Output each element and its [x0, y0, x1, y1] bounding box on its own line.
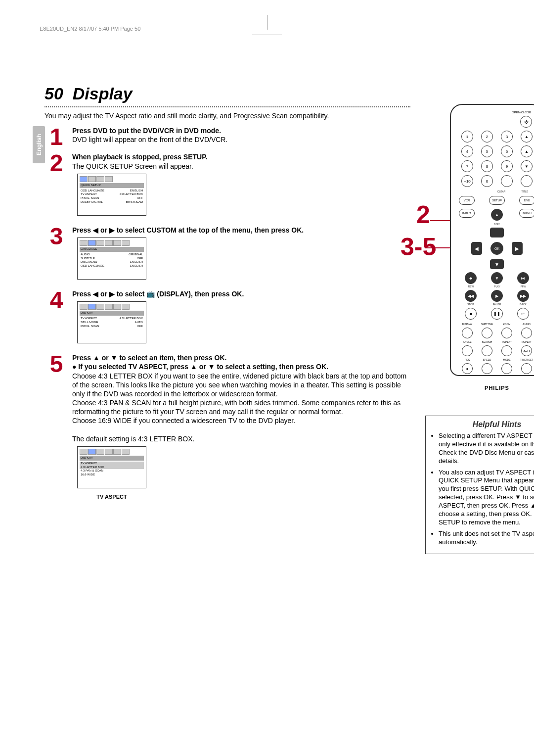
open-close-label: OPEN/CLOSE: [512, 111, 531, 114]
num-0[interactable]: 0: [481, 175, 493, 187]
title-button[interactable]: [521, 175, 533, 187]
ok-button[interactable]: OK: [490, 242, 503, 255]
page-number: 50: [44, 84, 63, 103]
display-button[interactable]: [462, 328, 473, 338]
step-5-subheading: ● If you selected TV ASPECT, press ▲ or …: [72, 363, 328, 371]
setup-button[interactable]: SETUP: [489, 196, 505, 205]
left-column: 50 Display You may adjust the TV Aspect …: [44, 84, 410, 554]
play-button[interactable]: ▶: [491, 290, 503, 302]
num-7[interactable]: 7: [461, 160, 473, 172]
search-button[interactable]: [482, 345, 492, 356]
title-text: Display: [73, 84, 133, 103]
step-1-number: 1: [44, 126, 68, 147]
step-5-p1: Choose 4:3 LETTER BOX if you want to see…: [72, 372, 406, 398]
divider-dotted: [44, 106, 410, 107]
audio-button[interactable]: [521, 328, 532, 338]
repeat-button[interactable]: [501, 345, 512, 356]
step-1-body: Press DVD to put the DVD/VCR in DVD mode…: [72, 126, 410, 144]
back-button[interactable]: ↩: [517, 308, 529, 320]
osd-quick-setup: QUICK SETUP OSD LANGUAGEENGLISH TV ASPEC…: [77, 174, 146, 216]
right-column: 1 2 3-5 OPEN/CLOSE ⏻ 1 2 3 ▲ 4 5: [425, 84, 534, 554]
step-5-p4: The default setting is 4:3 LETTER BOX.: [72, 435, 194, 443]
osd-language: LANGUAGE AUDIOORIGINAL SUBTITLEOFF DISC …: [77, 237, 146, 280]
step-5-number: 5: [44, 353, 68, 375]
callout-2: 2: [416, 200, 430, 229]
stop-button[interactable]: ■: [465, 308, 477, 320]
number-pad: 1 2 3 ▲ 4 5 6 ▲ 7 8 9 ▼ +10 0: [458, 130, 534, 188]
disc-up-button[interactable]: ▲: [491, 209, 503, 221]
remote-brand: PHILIPS: [458, 385, 534, 391]
function-grid: DISPLAY SUBTITLE ZOOM AUDIO ANGLE SEARCH…: [458, 323, 534, 375]
num-1[interactable]: 1: [461, 131, 473, 142]
dpad-left[interactable]: ◀: [471, 242, 482, 255]
num-2[interactable]: 2: [481, 131, 493, 142]
play-down-button[interactable]: ▼: [491, 272, 503, 284]
step-1-heading: Press DVD to put the DVD/VCR in DVD mode…: [72, 127, 221, 135]
page-content: 50 Display You may adjust the TV Aspect …: [44, 84, 499, 554]
osd-display: DISPLAY TV ASPECT4:3 LETTER BOX STILL MO…: [77, 301, 146, 343]
helpful-hints-box: Helpful Hints Selecting a different TV A…: [425, 416, 534, 554]
step-3-body: Press ◀ or ▶ to select CUSTOM at the top…: [72, 226, 410, 284]
num-3[interactable]: 3: [501, 131, 513, 142]
pause-button[interactable]: ❚❚: [491, 308, 503, 320]
step-5-heading: Press ▲ or ▼ to select an item, then pre…: [72, 354, 226, 362]
osd-caption: TV ASPECT: [77, 493, 146, 500]
num-9[interactable]: 9: [501, 160, 513, 172]
rec-button[interactable]: ●: [462, 363, 473, 374]
step-5: 5 Press ▲ or ▼ to select an item, then p…: [44, 353, 410, 500]
remote-control: OPEN/CLOSE ⏻ 1 2 3 ▲ 4 5 6 ▲ 7 8 9: [450, 104, 534, 376]
repeat-ab-button[interactable]: A-B: [521, 345, 532, 356]
subtitle-button[interactable]: [482, 328, 492, 338]
step-5-p3: Choose 16:9 WIDE if you connected a wide…: [72, 417, 295, 425]
num-8[interactable]: 8: [481, 160, 493, 172]
tracking-up-button[interactable]: ▲: [521, 145, 533, 157]
step-4-body: Press ◀ or ▶ to select 📺 (DISPLAY), then…: [72, 289, 410, 348]
timer-set-button[interactable]: [521, 363, 532, 374]
step-5-p2: Choose 4:3 PAN & SCAN for a full height …: [72, 399, 400, 416]
prev-button[interactable]: ⏮: [465, 272, 477, 284]
menu-button[interactable]: MENU: [519, 209, 534, 218]
remote-figure: 1 2 3-5 OPEN/CLOSE ⏻ 1 2 3 ▲ 4 5: [450, 104, 534, 376]
dpad-down[interactable]: ▼: [490, 259, 504, 269]
step-2-body: When playback is stopped, press SETUP. T…: [72, 152, 410, 220]
zoom-button[interactable]: [501, 328, 512, 338]
input-button[interactable]: INPUT: [459, 209, 475, 218]
intro-text: You may adjust the TV Aspect ratio and s…: [44, 111, 410, 120]
num-plus10[interactable]: +10: [461, 175, 473, 187]
callout-3-5: 3-5: [400, 233, 436, 261]
step-1: 1 Press DVD to put the DVD/VCR in DVD mo…: [44, 126, 410, 147]
step-5-body: Press ▲ or ▼ to select an item, then pre…: [72, 353, 410, 500]
step-2-text: The QUICK SETUP Screen will appear.: [72, 162, 193, 170]
step-2: 2 When playback is stopped, press SETUP.…: [44, 152, 410, 220]
vcr-button[interactable]: VCR: [459, 196, 475, 205]
next-button[interactable]: ⏭: [517, 272, 529, 284]
step-2-number: 2: [44, 152, 68, 174]
mode-row: VCR SETUP DVD: [458, 195, 534, 206]
angle-button[interactable]: [462, 345, 473, 356]
num-6[interactable]: 6: [501, 145, 513, 157]
dpad-up[interactable]: [490, 228, 504, 237]
hint-item: You also can adjust TV ASPECT in the QUI…: [439, 469, 534, 527]
power-button[interactable]: ⏻: [520, 116, 532, 128]
dvd-button[interactable]: DVD: [519, 196, 534, 205]
osd-tv-aspect: DISPLAY TV ASPECT 4:3 LETTER BOX 4:3 PAN…: [77, 446, 146, 488]
mode-button[interactable]: [501, 363, 512, 374]
num-5[interactable]: 5: [481, 145, 493, 157]
eject-button[interactable]: ▲: [521, 131, 533, 142]
ffw-button[interactable]: ▶▶: [517, 290, 529, 302]
dpad-right[interactable]: ▶: [512, 242, 523, 255]
speed-button[interactable]: [482, 363, 492, 374]
hint-item: Selecting a different TV ASPECT Setting …: [439, 432, 534, 466]
dpad: ▼ ◀ ▶ OK: [472, 229, 522, 268]
language-tab: English: [33, 126, 45, 163]
step-4-number: 4: [44, 289, 68, 311]
manual-page: E8E20UD_EN2 8/17/07 5:40 PM Page 50 Engl…: [0, 0, 534, 756]
step-3-heading: Press ◀ or ▶ to select CUSTOM at the top…: [72, 226, 304, 234]
hints-title: Helpful Hints: [432, 420, 534, 429]
num-4[interactable]: 4: [461, 145, 473, 157]
clear-button[interactable]: [501, 175, 513, 187]
rew-button[interactable]: ◀◀: [465, 290, 477, 302]
step-3: 3 Press ◀ or ▶ to select CUSTOM at the t…: [44, 226, 410, 284]
hints-list: Selecting a different TV ASPECT Setting …: [432, 432, 534, 547]
tracking-down-button[interactable]: ▼: [521, 160, 533, 172]
